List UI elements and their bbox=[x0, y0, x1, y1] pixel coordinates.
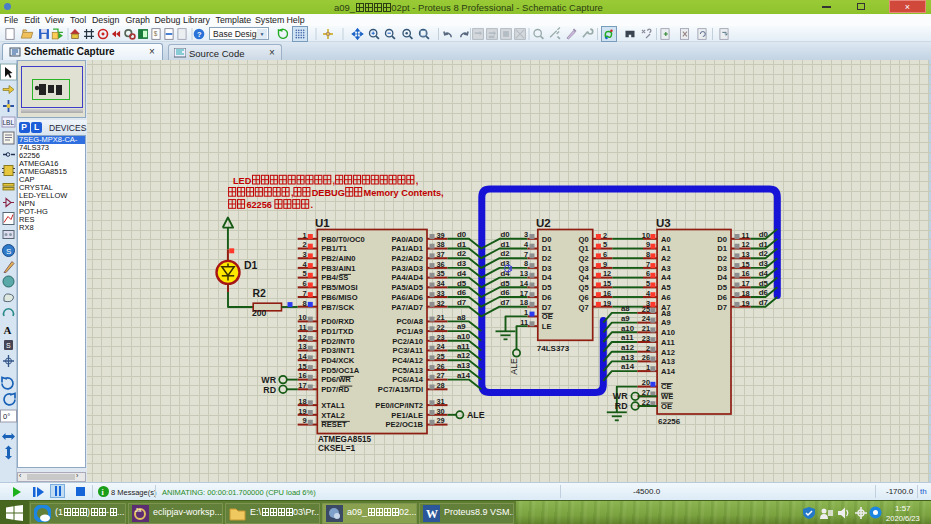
svg-text:Ja: Ja bbox=[135, 507, 142, 513]
svg-text:S: S bbox=[6, 247, 11, 256]
svg-text:?: ? bbox=[197, 30, 202, 39]
svg-text:W: W bbox=[426, 507, 438, 521]
svg-text:A: A bbox=[4, 324, 12, 336]
svg-text:$: $ bbox=[154, 30, 158, 37]
svg-text:LBL: LBL bbox=[3, 119, 15, 126]
svg-text:0°: 0° bbox=[3, 412, 10, 421]
svg-text:S: S bbox=[6, 342, 11, 349]
